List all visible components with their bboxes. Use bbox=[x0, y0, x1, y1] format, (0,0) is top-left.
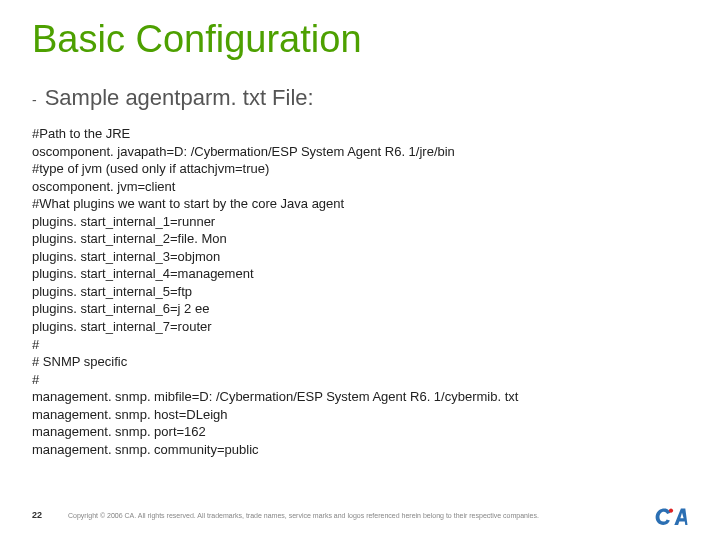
page-number: 22 bbox=[32, 510, 42, 520]
config-file-content: #Path to the JRE oscomponent. javapath=D… bbox=[32, 125, 688, 458]
subtitle-text: Sample agentparm. txt File: bbox=[45, 85, 314, 111]
subtitle-row: - Sample agentparm. txt File: bbox=[32, 83, 688, 111]
bullet-dash: - bbox=[32, 83, 37, 107]
slide: Basic Configuration - Sample agentparm. … bbox=[0, 0, 720, 540]
ca-logo-icon bbox=[654, 504, 688, 526]
copyright-text: Copyright © 2006 CA. All rights reserved… bbox=[42, 512, 654, 519]
footer: 22 Copyright © 2006 CA. All rights reser… bbox=[32, 504, 688, 526]
slide-title: Basic Configuration bbox=[32, 18, 688, 61]
